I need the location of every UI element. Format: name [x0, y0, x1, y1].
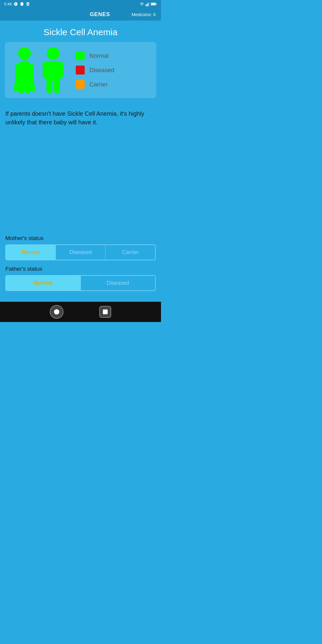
svg-rect-19 [46, 61, 61, 81]
settings-icon [13, 2, 18, 6]
father-normal-btn[interactable]: Normal [6, 276, 81, 290]
mother-status-section: Mother's status Normal Diseased Carrier [0, 231, 161, 262]
shield-icon [20, 2, 24, 6]
svg-rect-2 [28, 3, 29, 4]
medcoins-display: Medcoins: 0 [131, 12, 156, 17]
mother-normal-btn[interactable]: Normal [6, 245, 56, 260]
svg-rect-4 [145, 4, 146, 6]
signal-icon [145, 2, 150, 6]
legend-item-carrier: Carrier [76, 80, 152, 89]
back-square-icon [103, 309, 108, 314]
nav-bar: GENES Medcoins: 0 [0, 8, 161, 21]
legend-diseased-label: Diseased [89, 67, 114, 74]
battery-icon [151, 2, 157, 6]
people-area [9, 46, 69, 94]
father-status-section: Father's status Normal Diseased [0, 262, 161, 293]
svg-rect-15 [30, 64, 34, 79]
legend-item-normal: Normal [76, 51, 152, 60]
bottom-nav [0, 302, 161, 322]
status-bar-left: 5:48 [4, 2, 30, 6]
home-circle-icon [54, 309, 59, 315]
diseased-swatch [76, 66, 85, 75]
svg-rect-3 [27, 4, 29, 5]
svg-rect-7 [149, 2, 149, 6]
illustration-card: Normal Diseased Carrier [5, 42, 156, 98]
father-diseased-btn[interactable]: Diseased [81, 276, 155, 290]
sim-icon [26, 2, 30, 6]
nav-title: GENES [69, 11, 132, 18]
svg-point-11 [18, 47, 31, 60]
svg-rect-9 [151, 3, 155, 5]
female-figure [13, 46, 36, 94]
main-content: Sickle Cell Anemia [0, 21, 161, 302]
legend-area: Normal Diseased Carrier [69, 51, 152, 89]
legend-normal-label: Normal [89, 52, 109, 59]
svg-rect-23 [54, 80, 60, 93]
description-text: If parents doesn't have Sickle Cell Anem… [0, 101, 161, 132]
legend-carrier-label: Carrier [89, 81, 108, 88]
svg-rect-16 [19, 89, 24, 94]
svg-rect-6 [148, 3, 148, 6]
svg-rect-21 [60, 62, 64, 78]
svg-point-18 [47, 47, 60, 60]
status-bar-right [140, 2, 157, 6]
spacer [0, 132, 161, 231]
mother-status-label: Mother's status [5, 235, 156, 242]
svg-rect-1 [27, 3, 28, 4]
mother-status-buttons: Normal Diseased Carrier [5, 244, 156, 260]
svg-rect-17 [26, 89, 30, 94]
page-title: Sickle Cell Anemia [0, 21, 161, 42]
status-bar: 5:48 [0, 0, 161, 8]
svg-rect-0 [27, 2, 29, 6]
home-button[interactable] [50, 305, 64, 319]
back-button[interactable] [99, 306, 111, 318]
svg-rect-14 [15, 64, 19, 79]
mother-carrier-btn[interactable]: Carrier [106, 245, 155, 260]
father-status-buttons: Normal Diseased [5, 275, 156, 291]
bottom-spacer [0, 293, 161, 302]
carrier-swatch [76, 80, 85, 89]
legend-item-diseased: Diseased [76, 66, 152, 75]
wifi-icon [140, 2, 144, 6]
svg-rect-10 [156, 4, 157, 5]
svg-rect-22 [47, 80, 52, 93]
svg-rect-20 [43, 62, 47, 78]
father-status-label: Father's status [5, 266, 156, 272]
normal-swatch [76, 51, 85, 60]
svg-rect-5 [147, 4, 147, 6]
medcoins-label: Medcoins: [131, 12, 153, 17]
mother-diseased-btn[interactable]: Diseased [56, 245, 106, 260]
medcoins-value: 0 [153, 12, 156, 17]
status-time: 5:48 [4, 2, 12, 6]
male-figure [41, 46, 65, 94]
